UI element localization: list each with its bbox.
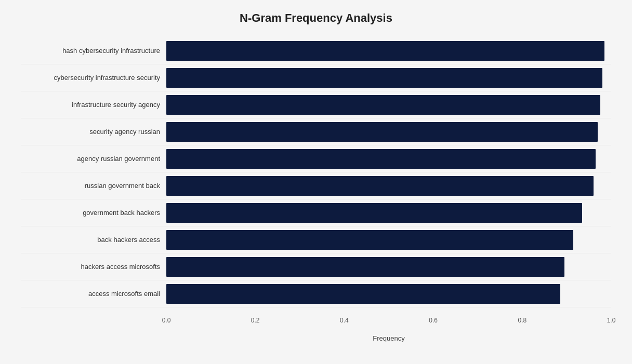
- x-tick: 0.2: [251, 317, 260, 324]
- bar-row: cybersecurity infrastructure security: [21, 64, 611, 91]
- bar-label: access microsofts email: [21, 290, 166, 298]
- bar-label: agency russian government: [21, 155, 166, 163]
- bar-fill: [166, 41, 604, 61]
- bar-track: [166, 284, 611, 304]
- x-tick: 1.0: [607, 317, 616, 324]
- bar-fill: [166, 149, 596, 169]
- bar-label: russian government back: [21, 182, 166, 190]
- chart-container: N-Gram Frequency Analysis hash cybersecu…: [0, 1, 632, 363]
- x-axis-label: Frequency: [21, 334, 611, 342]
- x-axis: 0.00.20.40.60.81.0: [21, 317, 611, 332]
- bar-track: [166, 203, 611, 223]
- bar-track: [166, 122, 611, 142]
- bar-fill: [166, 284, 560, 304]
- bar-label: government back hackers: [21, 209, 166, 217]
- bar-row: government back hackers: [21, 199, 611, 226]
- bar-fill: [166, 122, 598, 142]
- bar-label: security agency russian: [21, 128, 166, 136]
- bar-track: [166, 41, 611, 61]
- bar-track: [166, 230, 611, 250]
- bar-label: back hackers access: [21, 236, 166, 244]
- bar-label: hackers access microsofts: [21, 263, 166, 271]
- bar-label: infrastructure security agency: [21, 101, 166, 109]
- bar-row: hash cybersecurity infrastructure: [21, 37, 611, 64]
- bar-row: infrastructure security agency: [21, 91, 611, 118]
- bar-row: agency russian government: [21, 145, 611, 172]
- x-tick: 0.4: [340, 317, 349, 324]
- bar-fill: [166, 203, 582, 223]
- bar-row: access microsofts email: [21, 280, 611, 307]
- bar-fill: [166, 68, 602, 88]
- bar-row: security agency russian: [21, 118, 611, 145]
- bar-track: [166, 149, 611, 169]
- x-axis-inner: 0.00.20.40.60.81.0: [166, 317, 611, 332]
- chart-area: hash cybersecurity infrastructurecyberse…: [21, 37, 611, 313]
- x-tick: 0.6: [429, 317, 438, 324]
- bar-label: cybersecurity infrastructure security: [21, 74, 166, 82]
- bar-track: [166, 257, 611, 277]
- bar-track: [166, 68, 611, 88]
- bar-label: hash cybersecurity infrastructure: [21, 47, 166, 55]
- bar-row: back hackers access: [21, 226, 611, 253]
- bar-fill: [166, 176, 594, 196]
- bar-fill: [166, 257, 564, 277]
- x-tick: 0.0: [162, 317, 171, 324]
- bar-track: [166, 95, 611, 115]
- bar-row: russian government back: [21, 172, 611, 199]
- bar-row: hackers access microsofts: [21, 253, 611, 280]
- x-tick: 0.8: [518, 317, 526, 324]
- chart-title: N-Gram Frequency Analysis: [21, 11, 611, 25]
- bar-fill: [166, 95, 600, 115]
- bar-track: [166, 176, 611, 196]
- bar-fill: [166, 230, 573, 250]
